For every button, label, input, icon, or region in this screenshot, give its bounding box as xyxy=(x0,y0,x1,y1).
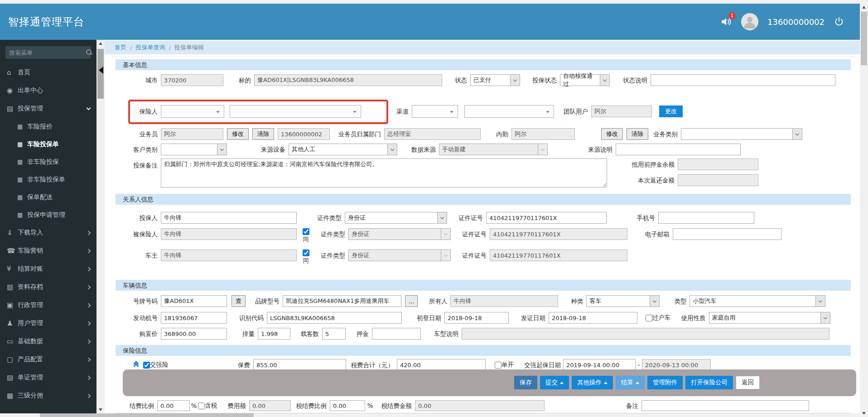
brand-more-button[interactable]: ... xyxy=(405,295,418,307)
cust-type-select[interactable] xyxy=(161,144,227,155)
open-insurance-company-button[interactable]: 打开保险公司 xyxy=(685,376,733,389)
sidebar-item-noncar-insure[interactable]: ▦ 非车险投保 xyxy=(0,153,96,171)
sidebar-item-issue-center[interactable]: ◉ 出单中心 xyxy=(0,81,96,100)
sidebar-item-download-import[interactable]: ⇓ 下载导入 xyxy=(0,224,96,242)
insurer-branch-select[interactable] xyxy=(230,105,361,118)
biz-type-select[interactable] xyxy=(681,128,802,140)
note-input[interactable] xyxy=(641,400,809,411)
salesman-clear-button[interactable]: 清除 xyxy=(252,128,274,140)
seats-input[interactable] xyxy=(322,328,346,340)
sidebar-item-car-quote[interactable]: ▦ 车险报价 xyxy=(0,118,96,135)
change-button[interactable]: 更改 xyxy=(659,105,683,117)
manage-attachments-button[interactable]: 管理附件 xyxy=(647,376,683,389)
jqx-checkbox[interactable] xyxy=(143,362,150,369)
vin-input[interactable] xyxy=(267,312,402,324)
sidebar-item-policy-delivery[interactable]: ▦ 保单配送 xyxy=(0,188,96,206)
avatar[interactable] xyxy=(741,13,758,30)
sidebar-item-settlement[interactable]: ¥ 结算对账 xyxy=(0,260,96,278)
fee-rate-input[interactable] xyxy=(157,400,190,411)
search-input[interactable] xyxy=(9,49,86,56)
usage-select[interactable]: 家庭自用 xyxy=(709,312,830,324)
status-select[interactable]: 已支付 xyxy=(470,74,520,86)
applicant-cert-type-select[interactable]: 身份证 xyxy=(345,212,447,224)
other-actions-button[interactable]: 其他操作 xyxy=(572,376,613,389)
status-note-input[interactable] xyxy=(651,74,835,86)
select-arrow-icon[interactable] xyxy=(815,296,825,307)
src-note-input[interactable] xyxy=(616,144,741,155)
sidebar-search[interactable] xyxy=(5,46,91,59)
select-arrow-icon[interactable] xyxy=(510,75,520,86)
salesman-modify-button[interactable]: 修改 xyxy=(227,128,249,140)
apply-status-select[interactable]: 自动核保通过 xyxy=(560,74,610,86)
single-open-checkbox[interactable] xyxy=(495,362,502,369)
mobile-input[interactable] xyxy=(658,212,754,224)
select-arrow-icon[interactable] xyxy=(217,144,227,155)
breadcrumb-policy-query[interactable]: 投保单查询 xyxy=(135,43,165,52)
scroll-down-icon[interactable] xyxy=(96,406,105,413)
first-reg-input[interactable] xyxy=(444,312,509,324)
sidebar-collapse-icon[interactable] xyxy=(99,67,103,74)
sidebar-item-noncar-policy[interactable]: ▦ 非车险投保单 xyxy=(0,171,96,188)
insurer-company-select[interactable] xyxy=(161,105,224,118)
office-modify-button[interactable]: 修改 xyxy=(601,128,623,140)
insured-same-checkbox[interactable] xyxy=(303,228,309,235)
kind-select[interactable]: 客车 xyxy=(586,295,660,307)
transfer-checkbox[interactable] xyxy=(646,315,652,321)
sidebar-item-base-data[interactable]: ▭ 基础数据 xyxy=(0,332,96,350)
plate-query-button[interactable]: 查 xyxy=(231,295,246,307)
applicant-cert-no-input[interactable] xyxy=(486,212,607,224)
scrollbar-thumb[interactable] xyxy=(97,49,104,99)
scroll-up-icon[interactable] xyxy=(860,4,868,11)
search-icon[interactable] xyxy=(86,49,87,56)
breadcrumb-home[interactable]: 首页 xyxy=(115,43,126,52)
displacement-input[interactable] xyxy=(258,328,290,340)
applicant-input[interactable] xyxy=(161,212,297,224)
save-button[interactable]: 保存 xyxy=(514,376,537,389)
collapse-up-icon[interactable] xyxy=(131,363,140,367)
price-input[interactable] xyxy=(161,328,227,340)
scroll-down-icon[interactable] xyxy=(860,410,868,417)
sidebar-scrollbar[interactable] xyxy=(96,40,105,417)
sidebar-item-archive[interactable]: ▥ 资料存档 xyxy=(0,278,96,296)
select-arrow-icon[interactable] xyxy=(387,144,397,155)
page-scrollbar[interactable] xyxy=(860,4,868,417)
submit-button[interactable]: 提交 xyxy=(540,376,569,389)
sidebar-item-product-config[interactable]: ▢ 产品配置 xyxy=(0,350,96,369)
owner-same-checkbox[interactable] xyxy=(303,249,309,256)
select-arrow-icon[interactable] xyxy=(600,75,609,86)
src-dev-select[interactable]: 其他人工 xyxy=(289,144,397,155)
email-input[interactable] xyxy=(673,228,781,240)
plate-input[interactable] xyxy=(161,295,227,307)
select-arrow-icon[interactable] xyxy=(650,296,659,307)
sidebar-item-apply-mgmt[interactable]: ▦ 投保申请管理 xyxy=(0,206,96,224)
back-button[interactable]: 返回 xyxy=(736,376,760,389)
select-arrow-icon[interactable] xyxy=(820,312,830,323)
select-arrow-icon[interactable] xyxy=(792,129,802,139)
office-clear-button[interactable]: 清除 xyxy=(627,128,648,140)
sidebar-item-car-policy[interactable]: ▦ 车险投保单 xyxy=(0,135,96,153)
sidebar-item-home[interactable]: ⌂ 首页 xyxy=(0,63,96,81)
vehicle-deposit-input[interactable] xyxy=(372,328,421,340)
scroll-up-icon[interactable] xyxy=(96,40,105,47)
channel-select-2[interactable] xyxy=(464,105,554,118)
sidebar-item-doc-mgmt[interactable]: ▤ 单证管理 xyxy=(0,369,96,387)
horizontal-scrollbar[interactable] xyxy=(0,413,860,417)
tax-included-checkbox[interactable] xyxy=(198,403,205,409)
sidebar-item-commission[interactable]: ▦ 三级分佣 xyxy=(0,387,96,405)
sidebar-item-user-mgmt[interactable]: ♟ 用户管理 xyxy=(0,314,96,332)
settle-button[interactable]: 结算 xyxy=(616,376,645,389)
logout-power-icon[interactable] xyxy=(834,16,844,27)
tax-fee-rate-input[interactable] xyxy=(330,400,365,411)
sidebar-item-insure-mgmt[interactable]: ▤ 投保管理 xyxy=(0,100,96,118)
channel-select-1[interactable] xyxy=(412,105,458,118)
notification-speaker-icon[interactable]: 1 xyxy=(720,16,732,28)
engine-input[interactable] xyxy=(161,312,227,324)
sidebar-item-car-marketing[interactable]: ☎ 车险营销 xyxy=(0,242,96,260)
sidebar-item-admin[interactable]: ▣ 行政管理 xyxy=(0,296,96,314)
select-arrow-icon[interactable] xyxy=(437,212,447,223)
remark-textarea[interactable]: 归属部门：郑州市中原支公司经理室;来源渠道：河南京裕汽车保险代理有限公司。 xyxy=(161,158,607,187)
issue-date-input[interactable] xyxy=(549,312,637,324)
type-select[interactable]: 小型汽车 xyxy=(690,295,825,307)
brand-input[interactable] xyxy=(283,295,401,307)
scrollbar-thumb[interactable] xyxy=(40,413,254,417)
